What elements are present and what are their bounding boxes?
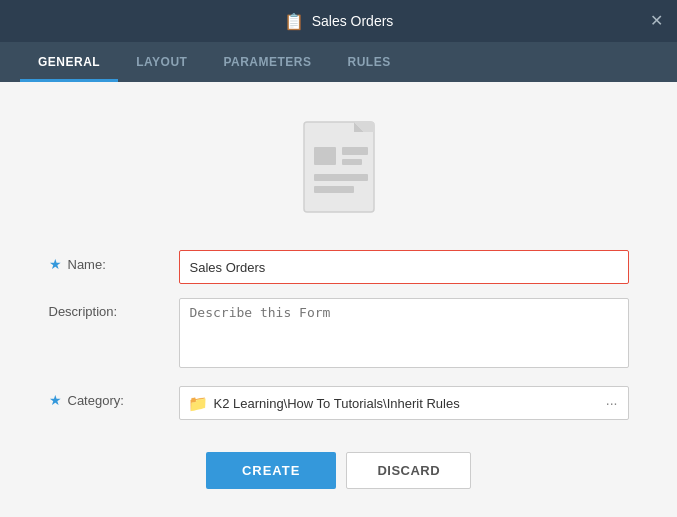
- description-input[interactable]: [179, 298, 629, 368]
- close-icon[interactable]: ✕: [650, 13, 663, 29]
- svg-rect-5: [342, 159, 362, 165]
- title-bar: 📋 Sales Orders ✕: [0, 0, 677, 42]
- create-button[interactable]: CREATE: [206, 452, 336, 489]
- name-row: ★ Name:: [49, 250, 629, 284]
- main-content: ★ Name: Description: ★ Category:: [0, 82, 677, 517]
- description-label: Description:: [49, 298, 179, 319]
- svg-rect-4: [342, 147, 368, 155]
- description-row: Description:: [49, 298, 629, 372]
- title-bar-content: 📋 Sales Orders: [284, 12, 394, 31]
- folder-icon: 📁: [188, 394, 208, 413]
- discard-button[interactable]: DISCARD: [346, 452, 471, 489]
- tab-bar: GENERAL LAYOUT PARAMETERS RULES: [0, 42, 677, 82]
- svg-rect-3: [314, 147, 336, 165]
- name-input[interactable]: [179, 250, 629, 284]
- name-label: ★ Name:: [49, 250, 179, 272]
- button-row: CREATE DISCARD: [206, 452, 471, 489]
- category-field[interactable]: 📁 K2 Learning\How To Tutorials\Inherit R…: [179, 386, 629, 420]
- tab-parameters[interactable]: PARAMETERS: [205, 45, 329, 82]
- svg-rect-7: [314, 186, 354, 193]
- category-value: K2 Learning\How To Tutorials\Inherit Rul…: [214, 396, 604, 411]
- svg-rect-6: [314, 174, 368, 181]
- category-more-icon[interactable]: ···: [604, 395, 620, 411]
- description-control-area: [179, 298, 629, 372]
- name-control-area: [179, 250, 629, 284]
- category-row: ★ Category: 📁 K2 Learning\How To Tutoria…: [49, 386, 629, 420]
- tab-rules[interactable]: RULES: [330, 45, 409, 82]
- tab-layout[interactable]: LAYOUT: [118, 45, 205, 82]
- svg-rect-0: [304, 122, 374, 212]
- name-required-star: ★: [49, 256, 62, 272]
- category-control-area: 📁 K2 Learning\How To Tutorials\Inherit R…: [179, 386, 629, 420]
- category-required-star: ★: [49, 392, 62, 408]
- document-icon: 📋: [284, 12, 304, 31]
- form-area: ★ Name: Description: ★ Category:: [49, 250, 629, 434]
- title-bar-title: Sales Orders: [312, 13, 394, 29]
- category-label: ★ Category:: [49, 386, 179, 408]
- document-illustration: [294, 112, 384, 226]
- tab-general[interactable]: GENERAL: [20, 45, 118, 82]
